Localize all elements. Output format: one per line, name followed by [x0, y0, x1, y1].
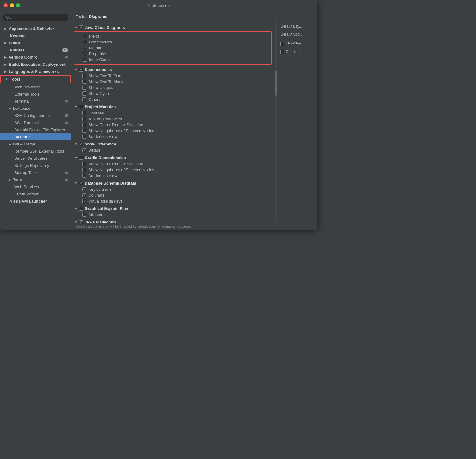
child-checkbox-java-class-0[interactable] [83, 34, 87, 38]
child-checkbox-dependencies-3[interactable] [82, 91, 86, 96]
child-checkbox-java-class-4[interactable] [83, 58, 87, 62]
section-header-database-schema[interactable]: ▼Database Schema Diagram [71, 180, 275, 186]
child-checkbox-java-class-1[interactable] [83, 40, 87, 44]
child-dependencies-4[interactable]: Others [71, 96, 275, 102]
sidebar-item-xpath-viewer[interactable]: XPath Viewer [0, 190, 71, 198]
maximize-button[interactable] [16, 3, 20, 7]
child-project-modules-4[interactable]: Borderless View [71, 134, 275, 140]
sidebar-item-languages[interactable]: ▶Languages & Frameworks [0, 68, 71, 75]
child-java-class-0[interactable]: Fields [74, 33, 271, 39]
right-panel-checkbox-2[interactable] [280, 42, 284, 46]
child-graphical-explain-0[interactable]: Attributes [71, 212, 275, 218]
section-checkbox-java-class[interactable] [79, 25, 83, 29]
child-gradle-dependencies-1[interactable]: Show Neighbours of Selected Nodes [71, 167, 275, 173]
child-dependencies-1[interactable]: Show One To Many [71, 79, 275, 85]
sidebar-item-visualvm[interactable]: VisualVM Launcher [0, 198, 71, 205]
section-checkbox-dependencies[interactable] [79, 68, 83, 72]
section-checkbox-jpa-er[interactable] [79, 220, 83, 223]
minimize-button[interactable] [10, 3, 14, 7]
sidebar-item-web-services[interactable]: Web Services [0, 183, 71, 190]
child-checkbox-gradle-dependencies-2[interactable] [82, 174, 86, 178]
sidebar-item-terminal[interactable]: Terminal⊞ [0, 98, 71, 105]
sidebar-item-ssh-terminal[interactable]: SSH Terminal⊞ [0, 119, 71, 126]
child-checkbox-gradle-dependencies-0[interactable] [82, 162, 86, 166]
child-checkbox-dependencies-4[interactable] [82, 97, 86, 101]
section-header-java-class[interactable]: ▼Java Class Diagrams [71, 24, 275, 31]
sidebar-item-settings-repo[interactable]: Settings Repository [0, 162, 71, 169]
section-header-jpa-er[interactable]: ▼JPA ER Diagram [71, 219, 275, 223]
child-show-difference-0[interactable]: Details [71, 147, 275, 153]
section-checkbox-database-schema[interactable] [79, 181, 83, 185]
child-database-schema-0[interactable]: Key columns [71, 186, 275, 192]
child-project-modules-0[interactable]: Libraries [71, 110, 275, 116]
child-checkbox-project-modules-4[interactable] [82, 135, 86, 139]
sidebar-item-database[interactable]: ▶Database [0, 105, 71, 112]
child-checkbox-database-schema-0[interactable] [82, 187, 86, 191]
child-java-class-4[interactable]: Inner Classes [74, 57, 271, 63]
child-checkbox-project-modules-1[interactable] [82, 117, 86, 121]
child-dependencies-2[interactable]: Show Usages [71, 85, 275, 91]
child-checkbox-project-modules-0[interactable] [82, 111, 86, 115]
child-checkbox-project-modules-2[interactable] [82, 123, 86, 127]
search-input[interactable] [3, 14, 68, 21]
sidebar-item-build[interactable]: ▶Build, Execution, Deployment [0, 61, 71, 68]
sidebar-item-editor[interactable]: ▶Editor [0, 39, 71, 47]
child-project-modules-1[interactable]: Test dependencies [71, 116, 275, 122]
scrollbar-thumb[interactable] [275, 71, 277, 96]
sidebar-item-startup-tasks[interactable]: Startup Tasks⊞ [0, 169, 71, 176]
scrollbar[interactable] [275, 21, 277, 223]
section-triangle-show-difference: ▼ [74, 142, 77, 146]
child-checkbox-dependencies-1[interactable] [82, 80, 86, 84]
right-panel-checkbox-3[interactable] [280, 50, 284, 54]
section-header-gradle-dependencies[interactable]: ▼Gradle Dependencies [71, 154, 275, 161]
child-project-modules-3[interactable]: Show Neighbours of Selected Nodes [71, 128, 275, 134]
sidebar-item-ssh-configurations[interactable]: SSH Configurations⊞ [0, 112, 71, 119]
child-gradle-dependencies-0[interactable]: Show Paths: Root -> Selection [71, 161, 275, 167]
child-checkbox-java-class-2[interactable] [83, 46, 87, 50]
child-checkbox-dependencies-2[interactable] [82, 86, 86, 90]
child-java-class-3[interactable]: Properties [74, 51, 271, 57]
sidebar-item-diagrams[interactable]: Diagrams [0, 133, 71, 140]
sidebar-label-version-control: Version Control [9, 55, 39, 60]
section-checkbox-show-difference[interactable] [79, 142, 83, 146]
sidebar-item-remote-ssh[interactable]: Remote SSH External Tools [0, 148, 71, 155]
section-header-graphical-explain[interactable]: ▼Graphical Explain Plan [71, 205, 275, 212]
child-java-class-1[interactable]: Constructors [74, 39, 271, 45]
child-database-schema-1[interactable]: Columns [71, 192, 275, 198]
child-checkbox-database-schema-2[interactable] [82, 199, 86, 203]
child-gradle-dependencies-2[interactable]: Borderless View [71, 173, 275, 179]
section-header-show-difference[interactable]: ▼Show Difference [71, 141, 275, 147]
child-checkbox-project-modules-3[interactable] [82, 129, 86, 133]
section-checkbox-project-modules[interactable] [79, 105, 83, 109]
section-checkbox-graphical-explain[interactable] [79, 207, 83, 211]
child-checkbox-graphical-explain-0[interactable] [82, 213, 86, 217]
sidebar-item-tasks[interactable]: ▶Tasks⊞ [0, 176, 71, 183]
child-checkbox-dependencies-0[interactable] [82, 74, 86, 78]
child-dependencies-0[interactable]: Show One To One [71, 73, 275, 79]
sidebar-item-web-browsers[interactable]: Web Browsers [0, 83, 71, 91]
sidebar-item-appearance[interactable]: ▶Appearance & Behavior [0, 25, 71, 32]
child-checkbox-gradle-dependencies-1[interactable] [82, 168, 86, 172]
section-checkbox-gradle-dependencies[interactable] [79, 156, 83, 160]
section-header-project-modules[interactable]: ▼Project Modules [71, 104, 275, 110]
sidebar-item-android[interactable]: Android Device File Explorer [0, 126, 71, 133]
child-checkbox-database-schema-1[interactable] [82, 193, 86, 197]
sidebar-label-ssh-terminal: SSH Terminal [14, 120, 39, 125]
child-database-schema-2[interactable]: Virtual foreign keys [71, 198, 275, 204]
sidebar-item-tools[interactable]: ▼Tools [0, 75, 71, 83]
window-controls[interactable] [4, 3, 20, 7]
sidebar-item-plugins[interactable]: Plugins1 [0, 47, 71, 54]
section-header-dependencies[interactable]: ▼Dependencies [71, 66, 275, 73]
child-dependencies-3[interactable]: Show Cyclic [71, 91, 275, 96]
sidebar-item-server-certs[interactable]: Server Certificates [0, 155, 71, 162]
sidebar-item-diff-merge[interactable]: ▶Diff & Merge [0, 140, 71, 148]
sidebar-item-version-control[interactable]: ▶Version Control⊞ [0, 54, 71, 61]
child-project-modules-2[interactable]: Show Paths: Root -> Selection [71, 122, 275, 128]
child-checkbox-show-difference-0[interactable] [82, 148, 86, 152]
child-java-class-2[interactable]: Methods [74, 45, 271, 51]
appearance-triangle: ▶ [4, 27, 7, 30]
sidebar-item-keymap[interactable]: Keymap [0, 32, 71, 39]
sidebar-item-external-tools[interactable]: External Tools [0, 91, 71, 98]
close-button[interactable] [4, 3, 8, 7]
child-checkbox-java-class-3[interactable] [83, 52, 87, 56]
